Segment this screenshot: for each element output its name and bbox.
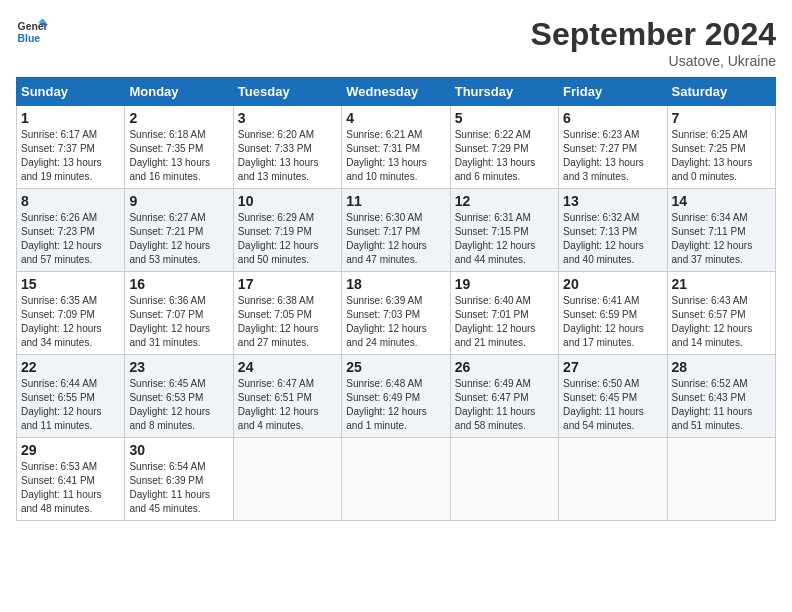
day-number: 5 <box>455 110 554 126</box>
day-number: 3 <box>238 110 337 126</box>
day-info: Sunrise: 6:50 AMSunset: 6:45 PMDaylight:… <box>563 377 662 433</box>
day-number: 19 <box>455 276 554 292</box>
location-subtitle: Usatove, Ukraine <box>531 53 776 69</box>
table-row <box>233 438 341 521</box>
day-number: 9 <box>129 193 228 209</box>
table-row: 7Sunrise: 6:25 AMSunset: 7:25 PMDaylight… <box>667 106 775 189</box>
month-title: September 2024 <box>531 16 776 53</box>
day-info: Sunrise: 6:17 AMSunset: 7:37 PMDaylight:… <box>21 128 120 184</box>
day-info: Sunrise: 6:36 AMSunset: 7:07 PMDaylight:… <box>129 294 228 350</box>
day-info: Sunrise: 6:29 AMSunset: 7:19 PMDaylight:… <box>238 211 337 267</box>
day-info: Sunrise: 6:22 AMSunset: 7:29 PMDaylight:… <box>455 128 554 184</box>
table-row: 15Sunrise: 6:35 AMSunset: 7:09 PMDayligh… <box>17 272 125 355</box>
day-info: Sunrise: 6:25 AMSunset: 7:25 PMDaylight:… <box>672 128 771 184</box>
day-info: Sunrise: 6:32 AMSunset: 7:13 PMDaylight:… <box>563 211 662 267</box>
table-row: 17Sunrise: 6:38 AMSunset: 7:05 PMDayligh… <box>233 272 341 355</box>
table-row: 9Sunrise: 6:27 AMSunset: 7:21 PMDaylight… <box>125 189 233 272</box>
table-row: 8Sunrise: 6:26 AMSunset: 7:23 PMDaylight… <box>17 189 125 272</box>
table-row: 6Sunrise: 6:23 AMSunset: 7:27 PMDaylight… <box>559 106 667 189</box>
col-tuesday: Tuesday <box>233 78 341 106</box>
header-row: Sunday Monday Tuesday Wednesday Thursday… <box>17 78 776 106</box>
day-number: 11 <box>346 193 445 209</box>
table-row: 14Sunrise: 6:34 AMSunset: 7:11 PMDayligh… <box>667 189 775 272</box>
day-number: 8 <box>21 193 120 209</box>
calendar-table: Sunday Monday Tuesday Wednesday Thursday… <box>16 77 776 521</box>
day-info: Sunrise: 6:52 AMSunset: 6:43 PMDaylight:… <box>672 377 771 433</box>
day-number: 4 <box>346 110 445 126</box>
table-row: 20Sunrise: 6:41 AMSunset: 6:59 PMDayligh… <box>559 272 667 355</box>
day-number: 28 <box>672 359 771 375</box>
table-row: 1Sunrise: 6:17 AMSunset: 7:37 PMDaylight… <box>17 106 125 189</box>
day-number: 15 <box>21 276 120 292</box>
table-row: 29Sunrise: 6:53 AMSunset: 6:41 PMDayligh… <box>17 438 125 521</box>
table-row <box>667 438 775 521</box>
table-row: 13Sunrise: 6:32 AMSunset: 7:13 PMDayligh… <box>559 189 667 272</box>
day-info: Sunrise: 6:34 AMSunset: 7:11 PMDaylight:… <box>672 211 771 267</box>
col-monday: Monday <box>125 78 233 106</box>
day-number: 23 <box>129 359 228 375</box>
day-info: Sunrise: 6:39 AMSunset: 7:03 PMDaylight:… <box>346 294 445 350</box>
day-number: 24 <box>238 359 337 375</box>
table-row: 10Sunrise: 6:29 AMSunset: 7:19 PMDayligh… <box>233 189 341 272</box>
day-number: 30 <box>129 442 228 458</box>
table-row: 28Sunrise: 6:52 AMSunset: 6:43 PMDayligh… <box>667 355 775 438</box>
day-number: 12 <box>455 193 554 209</box>
day-info: Sunrise: 6:38 AMSunset: 7:05 PMDaylight:… <box>238 294 337 350</box>
day-info: Sunrise: 6:54 AMSunset: 6:39 PMDaylight:… <box>129 460 228 516</box>
day-number: 2 <box>129 110 228 126</box>
logo-icon: General Blue <box>16 16 48 48</box>
day-info: Sunrise: 6:47 AMSunset: 6:51 PMDaylight:… <box>238 377 337 433</box>
table-row: 23Sunrise: 6:45 AMSunset: 6:53 PMDayligh… <box>125 355 233 438</box>
col-thursday: Thursday <box>450 78 558 106</box>
table-row: 5Sunrise: 6:22 AMSunset: 7:29 PMDaylight… <box>450 106 558 189</box>
table-row: 22Sunrise: 6:44 AMSunset: 6:55 PMDayligh… <box>17 355 125 438</box>
col-sunday: Sunday <box>17 78 125 106</box>
day-number: 22 <box>21 359 120 375</box>
table-row: 12Sunrise: 6:31 AMSunset: 7:15 PMDayligh… <box>450 189 558 272</box>
day-number: 6 <box>563 110 662 126</box>
day-info: Sunrise: 6:53 AMSunset: 6:41 PMDaylight:… <box>21 460 120 516</box>
day-info: Sunrise: 6:45 AMSunset: 6:53 PMDaylight:… <box>129 377 228 433</box>
day-number: 7 <box>672 110 771 126</box>
table-row: 30Sunrise: 6:54 AMSunset: 6:39 PMDayligh… <box>125 438 233 521</box>
day-number: 21 <box>672 276 771 292</box>
day-number: 16 <box>129 276 228 292</box>
table-row <box>450 438 558 521</box>
table-row: 11Sunrise: 6:30 AMSunset: 7:17 PMDayligh… <box>342 189 450 272</box>
day-number: 18 <box>346 276 445 292</box>
day-number: 1 <box>21 110 120 126</box>
day-number: 10 <box>238 193 337 209</box>
day-number: 20 <box>563 276 662 292</box>
logo: General Blue <box>16 16 48 48</box>
table-row: 24Sunrise: 6:47 AMSunset: 6:51 PMDayligh… <box>233 355 341 438</box>
table-row: 21Sunrise: 6:43 AMSunset: 6:57 PMDayligh… <box>667 272 775 355</box>
day-info: Sunrise: 6:40 AMSunset: 7:01 PMDaylight:… <box>455 294 554 350</box>
day-info: Sunrise: 6:44 AMSunset: 6:55 PMDaylight:… <box>21 377 120 433</box>
table-row <box>342 438 450 521</box>
day-info: Sunrise: 6:48 AMSunset: 6:49 PMDaylight:… <box>346 377 445 433</box>
day-info: Sunrise: 6:23 AMSunset: 7:27 PMDaylight:… <box>563 128 662 184</box>
day-number: 27 <box>563 359 662 375</box>
day-info: Sunrise: 6:27 AMSunset: 7:21 PMDaylight:… <box>129 211 228 267</box>
table-row: 19Sunrise: 6:40 AMSunset: 7:01 PMDayligh… <box>450 272 558 355</box>
day-info: Sunrise: 6:31 AMSunset: 7:15 PMDaylight:… <box>455 211 554 267</box>
table-row: 25Sunrise: 6:48 AMSunset: 6:49 PMDayligh… <box>342 355 450 438</box>
day-number: 25 <box>346 359 445 375</box>
day-info: Sunrise: 6:18 AMSunset: 7:35 PMDaylight:… <box>129 128 228 184</box>
svg-marker-3 <box>38 18 46 22</box>
col-friday: Friday <box>559 78 667 106</box>
title-block: September 2024 Usatove, Ukraine <box>531 16 776 69</box>
table-row: 18Sunrise: 6:39 AMSunset: 7:03 PMDayligh… <box>342 272 450 355</box>
day-info: Sunrise: 6:35 AMSunset: 7:09 PMDaylight:… <box>21 294 120 350</box>
day-number: 13 <box>563 193 662 209</box>
table-row: 4Sunrise: 6:21 AMSunset: 7:31 PMDaylight… <box>342 106 450 189</box>
table-row: 26Sunrise: 6:49 AMSunset: 6:47 PMDayligh… <box>450 355 558 438</box>
day-info: Sunrise: 6:21 AMSunset: 7:31 PMDaylight:… <box>346 128 445 184</box>
page-header: General Blue September 2024 Usatove, Ukr… <box>16 16 776 69</box>
day-number: 29 <box>21 442 120 458</box>
day-number: 26 <box>455 359 554 375</box>
day-number: 14 <box>672 193 771 209</box>
table-row: 16Sunrise: 6:36 AMSunset: 7:07 PMDayligh… <box>125 272 233 355</box>
day-info: Sunrise: 6:41 AMSunset: 6:59 PMDaylight:… <box>563 294 662 350</box>
svg-text:Blue: Blue <box>18 33 41 44</box>
